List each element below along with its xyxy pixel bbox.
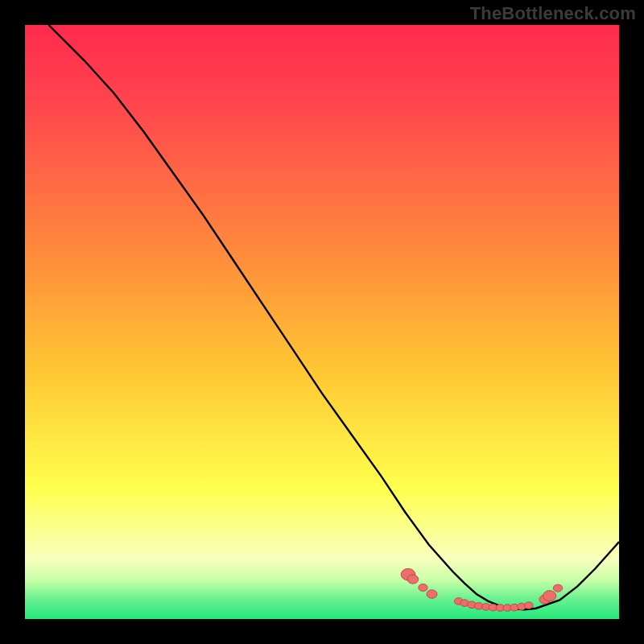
marker-dot <box>543 591 556 601</box>
marker-dot <box>427 590 437 599</box>
watermark-text: TheBottleneck.com <box>470 3 636 24</box>
chart-viewport: { "watermark": "TheBottleneck.com", "col… <box>0 0 644 644</box>
marker-dot <box>407 575 419 584</box>
marker-dot <box>419 584 427 591</box>
marker-dot <box>525 602 534 609</box>
bottleneck-chart <box>0 0 644 644</box>
gradient-background <box>25 25 619 619</box>
marker-dot <box>553 584 562 592</box>
